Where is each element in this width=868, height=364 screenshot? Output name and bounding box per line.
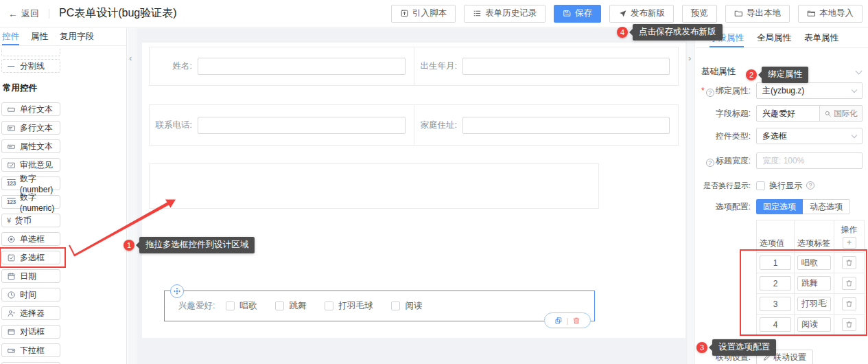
- import-local-button[interactable]: 本地导入: [798, 5, 863, 23]
- export-local-button[interactable]: 导出本地: [725, 5, 790, 23]
- option-label-input[interactable]: [797, 276, 831, 291]
- tab-field-properties[interactable]: 字段属性: [709, 28, 744, 47]
- option-label-input[interactable]: [797, 317, 831, 332]
- checkbox[interactable]: [325, 302, 333, 310]
- field-name[interactable]: 姓名:: [150, 47, 414, 85]
- field-address[interactable]: 家庭住址:: [414, 105, 678, 145]
- phone-field-input[interactable]: [198, 117, 406, 134]
- control-item-dropdown[interactable]: 下拉框: [1, 343, 60, 357]
- option-value-input[interactable]: [760, 297, 791, 311]
- radio-icon: [7, 235, 16, 244]
- back-arrow-icon: ←: [8, 8, 18, 19]
- field-title-row: 字段标题: 国际化: [701, 105, 863, 122]
- collapse-right-icon[interactable]: ›: [688, 53, 691, 63]
- delete-field-button[interactable]: [572, 317, 580, 325]
- save-button[interactable]: 保存: [554, 5, 601, 23]
- selected-field-hobby[interactable]: 兴趣爱好: 唱歌 跳舞 打羽毛球: [164, 291, 595, 321]
- field-label: 联系电话:: [150, 120, 192, 131]
- tab-properties[interactable]: 属性: [31, 28, 48, 45]
- selected-field-toolbar: |: [544, 312, 591, 328]
- trash-icon: [572, 317, 580, 325]
- question-icon: [806, 181, 814, 190]
- control-item-radio[interactable]: 单选框: [1, 232, 60, 246]
- option-row: [757, 294, 864, 315]
- form-designer-app: ← 返回 PC表单设计(bug验证表) 引入脚本 表单历史记录 保存 发布新版: [0, 0, 868, 364]
- field-title-input[interactable]: [756, 105, 820, 122]
- delete-option-button[interactable]: [842, 318, 856, 331]
- linkage-settings-button[interactable]: 联动设置: [756, 350, 813, 364]
- address-field-input[interactable]: [462, 117, 670, 134]
- delete-option-button[interactable]: [842, 256, 856, 269]
- wrap-checkbox[interactable]: [756, 181, 765, 190]
- question-icon: [706, 159, 714, 167]
- checkbox[interactable]: [226, 302, 235, 310]
- copy-icon: [554, 317, 563, 325]
- control-item-checkbox[interactable]: 多选框: [1, 251, 60, 264]
- control-item-attr-text[interactable]: 属性文本: [1, 139, 60, 153]
- number-icon: [7, 180, 16, 187]
- option-label-input[interactable]: [797, 255, 831, 270]
- control-type-select[interactable]: 多选框: [756, 128, 863, 144]
- control-item-divider[interactable]: 分割线: [1, 59, 60, 73]
- option-value-input[interactable]: [760, 276, 791, 291]
- trash-icon: [845, 259, 853, 266]
- controls-section-title: 常用控件: [3, 82, 126, 94]
- option-config-segmented: 固定选项 动态选项: [756, 199, 850, 214]
- field-phone[interactable]: 联系电话:: [150, 105, 414, 145]
- control-item-picker[interactable]: 选择器: [1, 306, 60, 320]
- option-value-input[interactable]: [760, 317, 791, 332]
- topbar-actions: 引入脚本 表单历史记录 保存 发布新版 预览 导出本地: [391, 5, 863, 23]
- checkbox[interactable]: [391, 302, 400, 310]
- import-script-button[interactable]: 引入脚本: [391, 5, 456, 23]
- checkbox[interactable]: [275, 302, 284, 310]
- control-item-numeric[interactable]: 数字(numeric): [1, 195, 60, 209]
- preview-button[interactable]: 预览: [682, 5, 717, 23]
- title-width-input[interactable]: [756, 152, 863, 169]
- i18n-button[interactable]: 国际化: [820, 105, 863, 122]
- control-item-currency[interactable]: 货币: [1, 214, 60, 227]
- tab-reuse-fields[interactable]: 复用字段: [60, 28, 94, 45]
- name-field-input[interactable]: [198, 58, 406, 75]
- option-value-input[interactable]: [760, 255, 791, 270]
- question-icon: [706, 89, 714, 97]
- col-option-label: 选项标签: [794, 220, 834, 252]
- collapse-left-icon[interactable]: ‹: [129, 53, 132, 63]
- option-config-row: 选项配置: 固定选项 动态选项: [701, 199, 863, 214]
- basic-properties-header[interactable]: 基础属性: [701, 66, 861, 78]
- publish-button[interactable]: 发布新版: [609, 5, 674, 23]
- add-option-button[interactable]: +: [843, 237, 856, 249]
- form-row: 姓名: 出生年月:: [149, 47, 679, 86]
- left-collapse-gutter: ‹: [128, 28, 137, 364]
- approval-icon: [7, 161, 16, 170]
- chevron-down-icon: [852, 132, 857, 137]
- delete-option-button[interactable]: [842, 277, 856, 290]
- bind-property-select[interactable]: 主(yzbug.z): [756, 82, 863, 99]
- control-item-dialog[interactable]: 对话框: [1, 325, 60, 339]
- control-item-partial[interactable]: [1, 49, 60, 56]
- field-label: 姓名:: [150, 60, 192, 72]
- field-birth[interactable]: 出生年月:: [414, 47, 678, 85]
- tab-global-properties[interactable]: 全局属性: [757, 28, 791, 47]
- delete-option-button[interactable]: [842, 297, 856, 310]
- control-item-single-line-text[interactable]: 单行文本: [1, 102, 60, 116]
- control-item-approval[interactable]: 审批意见: [1, 158, 60, 172]
- tab-controls[interactable]: 控件: [2, 28, 19, 45]
- copy-field-button[interactable]: [554, 317, 563, 325]
- option-label-input[interactable]: [797, 297, 831, 311]
- control-item-date[interactable]: 日期: [1, 269, 60, 283]
- birth-field-input[interactable]: [462, 58, 670, 75]
- control-item-number[interactable]: 数字(number): [1, 177, 60, 190]
- tab-form-properties[interactable]: 表单属性: [804, 28, 838, 47]
- fixed-options-tab[interactable]: 固定选项: [756, 199, 803, 214]
- move-handle[interactable]: [170, 284, 184, 298]
- attr-text-icon: [7, 142, 16, 151]
- trash-icon: [845, 280, 853, 287]
- back-button[interactable]: ← 返回: [8, 8, 39, 20]
- control-item-time[interactable]: 时间: [1, 288, 60, 302]
- form-history-button[interactable]: 表单历史记录: [464, 5, 546, 23]
- checkbox-icon: [7, 253, 16, 262]
- wrap-display-row: 是否换行显示: 换行显示: [701, 180, 863, 191]
- control-item-multi-line-text[interactable]: 多行文本: [1, 121, 60, 135]
- divider-icon: [7, 62, 16, 71]
- dynamic-options-tab[interactable]: 动态选项: [803, 199, 850, 214]
